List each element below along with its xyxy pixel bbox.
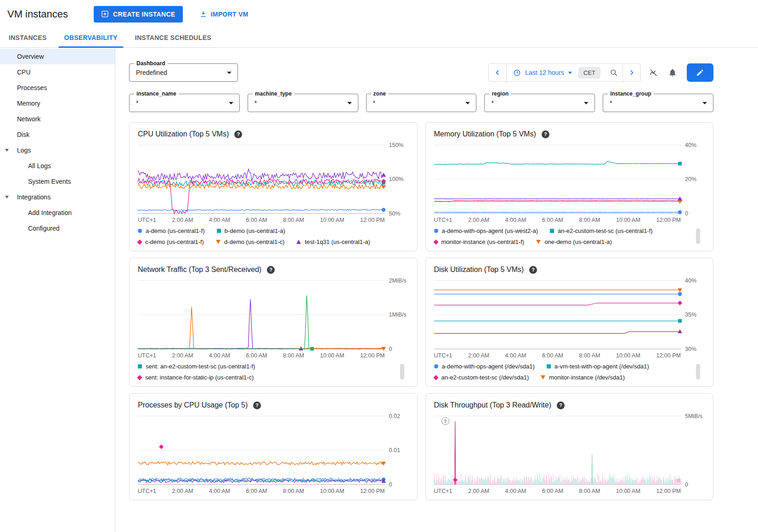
filter-label: instance_group: [608, 91, 653, 97]
legend-item[interactable]: sent: an-e2-custom-test-sc (us-central1-…: [138, 363, 255, 370]
sidebar-item-add-integration[interactable]: Add Integration: [0, 205, 115, 221]
alerts-bell-button[interactable]: [666, 66, 679, 79]
chart-card-network-traffic-top-3-sent-received: Network Traffic (Top 3 Sent/Received)2Mi…: [129, 258, 418, 387]
chevron-down-icon: [227, 72, 232, 74]
sidebar-item-system-events[interactable]: System Events: [0, 174, 115, 189]
time-forward-button[interactable]: [622, 64, 640, 81]
legend-item[interactable]: test-1q31 (us-central1-a): [296, 238, 370, 245]
x-axis-label: 12:00 PM: [360, 488, 385, 494]
series-end-marker: [310, 347, 314, 351]
stats-off-button[interactable]: [647, 66, 660, 79]
tab-label: OBSERVABILITY: [64, 34, 118, 41]
series-line: [454, 421, 455, 485]
legend-item[interactable]: b-demo (us-central1-a): [217, 227, 285, 234]
legend-item[interactable]: an-e2-custom-test-sc (/dev/sda1): [434, 374, 529, 381]
filter-instance-name[interactable]: instance_name*: [129, 94, 240, 112]
legend-item[interactable]: one-demo (us-central1-a): [536, 238, 612, 245]
legend-label: one-demo (us-central1-a): [544, 238, 612, 245]
help-icon[interactable]: [267, 266, 275, 274]
stats-off-icon: [649, 68, 658, 78]
legend-item[interactable]: a-demo (us-central1-f): [138, 227, 205, 234]
zoom-button[interactable]: [605, 64, 622, 81]
dashboard-select[interactable]: Dashboard Predefined: [129, 63, 238, 82]
sidebar-item-integrations[interactable]: Integrations: [0, 189, 115, 205]
legend-item[interactable]: monitor-instance (/dev/sda1): [541, 374, 625, 381]
import-vm-label: IMPORT VM: [211, 11, 249, 18]
import-vm-button[interactable]: IMPORT VM: [195, 7, 253, 21]
legend-label: c-demo (us-central1-f): [145, 238, 204, 245]
chart-card-cpu-utilization-top-5-vms: CPU Utilization (Top 5 VMs)150%100%50%UT…: [129, 122, 418, 251]
chevron-down-icon: [465, 102, 470, 104]
legend-scrollbar[interactable]: [696, 364, 700, 379]
tab-instances[interactable]: INSTANCES: [0, 28, 56, 47]
help-icon[interactable]: [253, 402, 261, 409]
sidebar-item-cpu[interactable]: CPU: [0, 64, 115, 80]
legend-scrollbar[interactable]: [696, 228, 700, 244]
y-axis-label: 2MiB/s: [389, 277, 407, 284]
legend-item[interactable]: sent: instance-for-static-ip (us-central…: [138, 374, 254, 381]
legend-item[interactable]: an-e2-custom-test-sc (us-central1-f): [550, 227, 653, 234]
sidebar-item-label: Logs: [17, 147, 31, 154]
legend-item[interactable]: monitor-instance (us-central1-f): [434, 238, 525, 245]
create-instance-button[interactable]: CREATE INSTANCE: [94, 6, 182, 23]
filter-instance-group[interactable]: instance_group*: [603, 94, 713, 112]
help-icon[interactable]: [542, 130, 549, 138]
chart-plot-area: [138, 416, 385, 485]
help-icon[interactable]: [529, 266, 537, 274]
time-back-button[interactable]: [489, 64, 507, 81]
x-axis-label: 6:00 AM: [542, 217, 563, 223]
chart-card-disk-utilization-top-5-vms: Disk Utilization (Top 5 VMs)40%35%30%UTC…: [425, 258, 714, 387]
chevron-down-icon[interactable]: [5, 149, 9, 152]
x-axis-label: 6:00 AM: [246, 217, 267, 223]
chevron-down-icon: [347, 102, 352, 104]
tab-observability[interactable]: OBSERVABILITY: [56, 28, 126, 47]
time-range-selector[interactable]: Last 12 hours: [507, 69, 578, 77]
sidebar-item-label: Network: [17, 115, 40, 123]
chart-plot-row: 150%100%50%: [138, 145, 409, 214]
help-icon[interactable]: [557, 402, 565, 409]
legend-marker-triangle-down: [216, 240, 221, 244]
series-line: [138, 295, 312, 349]
sidebar-item-disk[interactable]: Disk: [0, 127, 115, 142]
legend-marker-circle: [434, 364, 438, 368]
legend-item[interactable]: c-demo (us-central1-f): [138, 238, 204, 245]
x-axis-label: UTC+1: [138, 217, 156, 223]
help-icon[interactable]: [234, 130, 242, 138]
timezone-chip[interactable]: CET: [578, 67, 600, 79]
y-axis-label: 40%: [685, 142, 696, 148]
chart-title: Network Traffic (Top 3 Sent/Received): [138, 266, 261, 274]
filter-region[interactable]: region*: [484, 94, 595, 112]
legend-marker-square: [547, 364, 551, 368]
sidebar-item-network[interactable]: Network: [0, 111, 115, 127]
x-axis-label: 2:00 AM: [468, 488, 489, 494]
dashboard-toolbar: Dashboard Predefined Last 12 hours CET: [129, 63, 713, 82]
legend-item[interactable]: a-vm-test-with-op-agent (/dev/sda1): [547, 363, 649, 370]
sidebar-item-memory[interactable]: Memory: [0, 96, 115, 111]
sidebar-item-logs[interactable]: Logs: [0, 142, 115, 158]
chart-plot-row: 2MiB/s1MiB/s0: [138, 280, 409, 349]
sidebar-item-all-logs[interactable]: All Logs: [0, 158, 115, 174]
legend-item[interactable]: a-demo-with-ops-agent (/dev/sda1): [434, 363, 535, 370]
sidebar-item-label: Disk: [17, 131, 29, 138]
chart-title-row: Processes by CPU Usage (Top 5): [138, 401, 409, 409]
legend-item[interactable]: d-demo (us-central1-c): [216, 238, 285, 245]
time-range-label: Last 12 hours: [525, 69, 564, 76]
legend-scrollbar[interactable]: [400, 364, 404, 379]
legend-label: b-demo (us-central1-a): [225, 227, 285, 234]
legend-row: c-demo (us-central1-f)d-demo (us-central…: [138, 238, 385, 245]
edit-dashboard-button[interactable]: [687, 63, 713, 82]
sidebar-item-processes[interactable]: Processes: [0, 80, 115, 96]
filter-zone[interactable]: zone*: [366, 94, 477, 112]
help-tooltip-icon[interactable]: [441, 417, 449, 425]
sidebar-item-configured[interactable]: Configured: [0, 221, 115, 236]
tab-instance-schedules[interactable]: INSTANCE SCHEDULES: [126, 28, 220, 47]
filter-label: machine_type: [253, 91, 294, 97]
y-axis-label: 150%: [389, 142, 404, 148]
chevron-down-icon[interactable]: [5, 196, 9, 198]
charts-grid: CPU Utilization (Top 5 VMs)150%100%50%UT…: [129, 122, 713, 500]
filter-machine-type[interactable]: machine_type*: [248, 94, 358, 112]
sidebar-item-overview[interactable]: Overview: [0, 49, 115, 64]
series-end-marker: [677, 479, 680, 482]
x-axis-label: UTC+1: [138, 488, 156, 494]
legend-item[interactable]: a-demo-with-ops-agent (us-west2-a): [434, 227, 538, 234]
